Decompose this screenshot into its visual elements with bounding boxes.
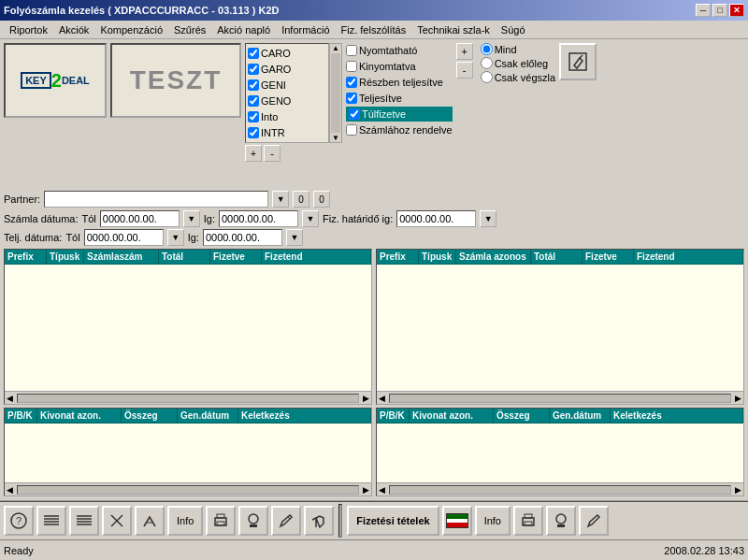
bt2-scroll-right[interactable]: ▶ xyxy=(733,485,743,495)
table2-scroll-left[interactable]: ◀ xyxy=(377,394,387,403)
szamla-ig-input[interactable] xyxy=(219,210,298,227)
right-plus-minus: + - xyxy=(456,43,473,162)
menu-technikai[interactable]: Technikai szla-k xyxy=(411,22,496,37)
szamla-tol-btn[interactable]: ▼ xyxy=(183,210,200,227)
right-plus-button[interactable]: + xyxy=(456,43,473,60)
bt1-scroll-track[interactable] xyxy=(17,485,359,495)
telj-ig-input[interactable] xyxy=(203,229,282,246)
szamla-datuma-row: Számla dátuma: Tól ▼ Ig: ▼ Fiz. határidő… xyxy=(4,210,744,227)
t1h-szamlaszam: Számlaszám xyxy=(84,250,159,264)
radio-mind-input[interactable] xyxy=(481,43,493,55)
filter-checkboxes: CARO GARO GENI GENO xyxy=(245,43,744,162)
toolbar-stamp2-btn[interactable] xyxy=(546,506,576,536)
table1-scrollbar[interactable]: ◀ ▶ xyxy=(5,391,371,404)
cb-GENI: GENI xyxy=(248,78,326,93)
toolbar-info-left-btn[interactable]: Info xyxy=(167,506,203,536)
menu-fiz-felszolitas[interactable]: Fiz. felszólítás xyxy=(336,22,412,37)
menu-informacio[interactable]: Információ xyxy=(276,22,335,37)
cb-GENI-input[interactable] xyxy=(248,79,259,91)
fizetesi-tetelek-btn[interactable]: Fizetési tételek xyxy=(347,506,439,536)
cb-INTR-input[interactable] xyxy=(248,127,259,138)
radio-csak-vegszla-input[interactable] xyxy=(481,71,493,83)
cb-scroll-down[interactable]: ▼ xyxy=(330,134,341,142)
table1-scroll-track[interactable] xyxy=(17,394,359,403)
window-controls: ─ □ ✕ xyxy=(696,4,744,17)
maximize-button[interactable]: □ xyxy=(712,4,727,17)
toolbar-list2-btn[interactable] xyxy=(69,506,99,536)
cb-Kinyomtatva-input[interactable] xyxy=(346,61,357,72)
cb-CARO-input[interactable] xyxy=(248,48,259,59)
status-ready: Ready xyxy=(4,545,34,556)
toolbar-printer2-btn[interactable] xyxy=(513,506,543,536)
cb-Teljesitve-input[interactable] xyxy=(346,93,357,104)
cb-Tulfizetve: Túlfizetve xyxy=(346,107,453,122)
toolbar-stamp-btn[interactable] xyxy=(238,506,268,536)
menu-kompenzacio[interactable]: Kompenzáció xyxy=(94,22,168,37)
bt2-scroll-track[interactable] xyxy=(389,485,731,495)
bottom-table1-scrollbar[interactable]: ◀ ▶ xyxy=(5,482,371,495)
cb-Szamlahoz-input[interactable] xyxy=(346,124,357,136)
table1-scroll-left[interactable]: ◀ xyxy=(5,394,15,403)
radio-mind-label: Mind xyxy=(495,44,517,55)
cb-GENO-input[interactable] xyxy=(248,95,259,107)
bt2-scroll-left[interactable]: ◀ xyxy=(377,485,387,495)
close-button[interactable]: ✕ xyxy=(729,4,744,17)
table1-scroll-right[interactable]: ▶ xyxy=(361,394,371,403)
partner-zero-btn[interactable]: 0 xyxy=(293,191,309,208)
teszt-area: TESZT xyxy=(110,43,241,118)
bt1-scroll-left[interactable]: ◀ xyxy=(5,485,15,495)
menu-sugo[interactable]: Súgó xyxy=(496,22,531,37)
toolbar-list1-btn[interactable] xyxy=(36,506,66,536)
cb-Reszben-label: Részben teljesítve xyxy=(359,77,443,88)
toolbar-cross2-btn[interactable] xyxy=(135,506,165,536)
toolbar-help-btn[interactable]: ? xyxy=(4,506,34,536)
cb-Reszben-input[interactable] xyxy=(346,77,357,88)
table2-scroll-track[interactable] xyxy=(389,394,731,403)
toolbar-info-left-label: Info xyxy=(177,515,194,526)
toolbar-flag-btn[interactable] xyxy=(442,506,472,536)
cb-scroll-up[interactable]: ▲ xyxy=(330,44,341,52)
partner-dropdown-btn[interactable]: ▼ xyxy=(272,191,289,208)
top-section: KEY 2 DEAL TESZT CARO xyxy=(4,43,744,188)
bottom-table2-body[interactable] xyxy=(377,424,743,482)
radio-csak-eloleg-input[interactable] xyxy=(481,57,493,69)
cb-Into-input[interactable] xyxy=(248,111,259,122)
right-minus-button[interactable]: - xyxy=(456,62,473,79)
toolbar-pencil2-btn[interactable] xyxy=(579,506,609,536)
toolbar-cross1-btn[interactable] xyxy=(102,506,132,536)
bottom-table1-body[interactable] xyxy=(5,424,371,482)
toolbar-pencil-btn[interactable] xyxy=(271,506,301,536)
table1-body[interactable] xyxy=(5,265,371,391)
menu-akciok[interactable]: Akciók xyxy=(53,22,94,37)
table2-scroll-right[interactable]: ▶ xyxy=(733,394,743,403)
fizhatido-input[interactable] xyxy=(396,210,476,227)
menu-szures[interactable]: Szűrés xyxy=(168,22,211,37)
plus-button[interactable]: + xyxy=(245,145,262,162)
partner-input[interactable] xyxy=(44,191,268,208)
szamla-ig-btn[interactable]: ▼ xyxy=(302,210,319,227)
cb-Nyomtathato-input[interactable] xyxy=(346,45,357,56)
menu-riportok[interactable]: Riportok xyxy=(4,22,53,37)
telj-tol-btn[interactable]: ▼ xyxy=(167,229,184,246)
cb-GARO-input[interactable] xyxy=(248,64,259,75)
telj-ig-btn[interactable]: ▼ xyxy=(286,229,303,246)
fizhatido-btn[interactable]: ▼ xyxy=(480,210,496,227)
partner-num-btn[interactable]: 0 xyxy=(313,191,330,208)
toolbar-printer-btn[interactable] xyxy=(206,506,236,536)
t2h-tipusk: Típusk xyxy=(419,250,456,264)
bt2h-gendatum: Gen.dátum xyxy=(550,409,611,423)
minus-button[interactable]: - xyxy=(264,145,280,162)
cb-Tulfizetve-input[interactable] xyxy=(349,108,360,120)
menu-akcio-naplo[interactable]: Akció napló xyxy=(211,22,276,37)
szamla-tol-input[interactable] xyxy=(100,210,180,227)
table2-body[interactable] xyxy=(377,265,743,391)
toolbar-info-right-btn[interactable]: Info xyxy=(475,506,511,536)
toolbar-hand-btn[interactable] xyxy=(304,506,334,536)
bottom-table2-scrollbar[interactable]: ◀ ▶ xyxy=(377,482,743,495)
minimize-button[interactable]: ─ xyxy=(696,4,711,17)
bt1-scroll-right[interactable]: ▶ xyxy=(361,485,371,495)
edit-button[interactable] xyxy=(559,43,597,80)
telj-tol-input[interactable] xyxy=(84,229,164,246)
table2-scrollbar[interactable]: ◀ ▶ xyxy=(377,391,743,404)
cb-Teljesitve-label: Teljesítve xyxy=(359,93,402,104)
